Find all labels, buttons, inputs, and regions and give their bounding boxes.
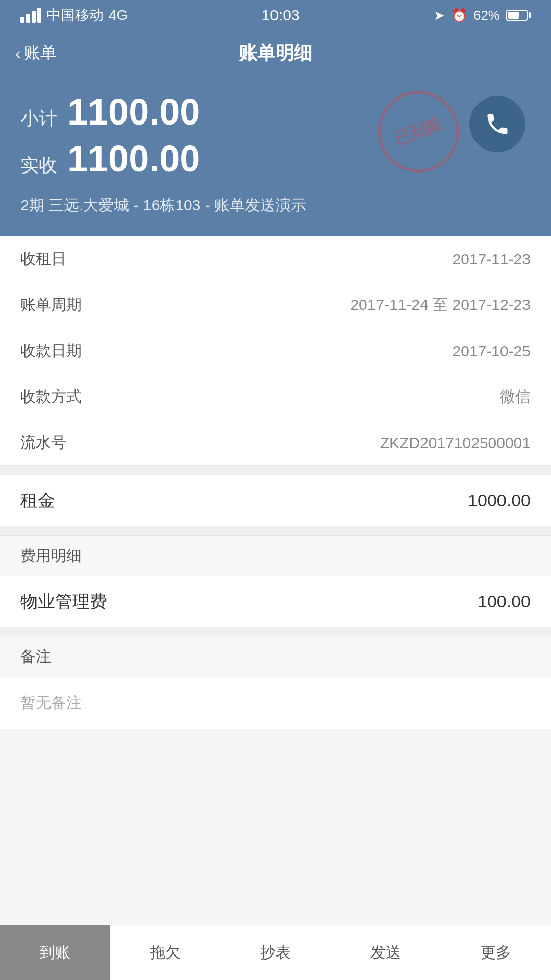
back-label: 账单 [24,42,57,64]
payment-date-label: 收款日期 [20,340,82,361]
fee-section-header: 费用明细 [0,535,551,576]
tab-meter-label: 抄表 [260,942,291,963]
location-icon: ➤ [434,8,445,23]
back-button[interactable]: ‹ 账单 [15,42,57,64]
rent-item-label: 租金 [20,489,55,512]
serial-label: 流水号 [20,432,66,453]
tab-send[interactable]: 发送 [331,925,441,980]
fee-section-title: 费用明细 [20,546,82,567]
payment-method-label: 收款方式 [20,386,82,407]
stamp-overlay: 已到账 [378,91,459,173]
rent-item-row: 租金 1000.00 [0,475,551,526]
tab-arrived-label: 到账 [40,942,70,963]
subtotal-label: 小计 [20,106,57,131]
tab-send-label: 发送 [370,942,401,963]
tab-more-label: 更多 [481,942,511,963]
separator-2 [0,526,551,535]
tab-more[interactable]: 更多 [441,925,551,980]
signal-icon [20,8,41,23]
rent-item-amount: 1000.00 [468,491,531,510]
rent-date-value: 2017-11-23 [453,251,531,268]
fee-items-section: 物业管理费 100.00 [0,576,551,627]
remark-header: 备注 [0,636,551,677]
property-info: 2期 三远.大爱城 - 16栋103 - 账单发送演示 [20,195,531,216]
serial-value: ZKZD2017102500001 [380,434,531,452]
separator-1 [0,466,551,475]
actual-label: 实收 [20,153,57,178]
subtotal-amount: 1100.00 [67,91,200,133]
remark-title: 备注 [20,646,51,667]
fee-item-amount-0: 100.00 [478,592,531,611]
detail-row-period: 账单周期 2017-11-24 至 2017-12-23 [0,282,551,328]
header-section: 小计 1100.00 实收 1100.00 2期 三远.大爱城 - 16栋103… [0,76,551,236]
tab-arrived[interactable]: 到账 [0,925,110,980]
nav-bar: ‹ 账单 账单明细 [0,31,551,76]
time-label: 10:03 [262,7,300,24]
page-title: 账单明细 [239,41,312,66]
phone-button[interactable] [469,96,525,152]
status-left: 中国移动 4G [20,6,128,25]
detail-row-payment-method: 收款方式 微信 [0,374,551,420]
back-chevron-icon: ‹ [15,44,21,63]
stamp-text: 已到账 [366,79,470,184]
tab-overdue[interactable]: 拖欠 [110,925,220,980]
fee-item-row-0: 物业管理费 100.00 [0,576,551,627]
actual-amount: 1100.00 [67,138,200,180]
fee-item-label-0: 物业管理费 [20,590,107,614]
period-value: 2017-11-24 至 2017-12-23 [350,295,531,315]
network-label: 4G [109,7,128,23]
period-label: 账单周期 [20,295,82,315]
tab-meter[interactable]: 抄表 [220,925,330,980]
payment-method-value: 微信 [500,386,531,407]
rent-section: 租金 1000.00 [0,475,551,526]
battery-label: 62% [473,8,500,23]
carrier-label: 中国移动 [46,6,104,25]
tab-bar: 到账 拖欠 抄表 发送 更多 [0,925,551,980]
detail-row-rent-date: 收租日 2017-11-23 [0,236,551,282]
separator-3 [0,627,551,636]
status-right: ➤ ⏰ 62% [434,8,531,23]
remark-section: 备注 暂无备注 [0,636,551,729]
status-bar: 中国移动 4G 10:03 ➤ ⏰ 62% [0,0,551,31]
tab-overdue-label: 拖欠 [150,942,181,963]
alarm-icon: ⏰ [451,8,467,23]
remark-content: 暂无备注 [0,677,551,729]
detail-row-serial: 流水号 ZKZD2017102500001 [0,420,551,466]
battery-icon [506,10,531,21]
rent-date-label: 收租日 [20,249,66,270]
phone-icon [484,111,511,137]
detail-section: 收租日 2017-11-23 账单周期 2017-11-24 至 2017-12… [0,236,551,466]
detail-row-payment-date: 收款日期 2017-10-25 [0,328,551,374]
payment-date-value: 2017-10-25 [453,342,531,360]
bottom-spacer [0,729,551,790]
